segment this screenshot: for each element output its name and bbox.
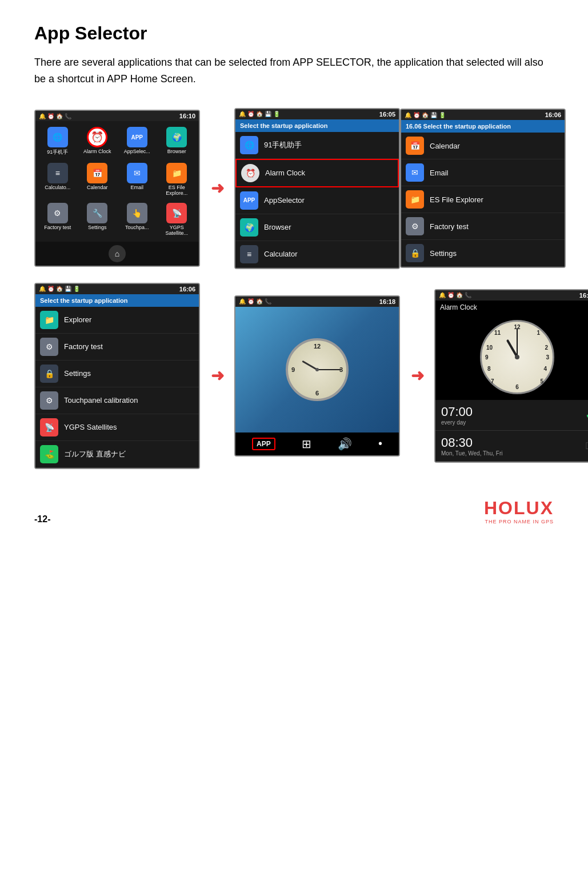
battery3-icon: 🔋 [439, 112, 446, 118]
home6-icon: 🏠 [456, 292, 463, 298]
app-appselector[interactable]: APP AppSelec... [118, 125, 156, 158]
icon-settings-s3: 🔒 [406, 244, 424, 262]
screen3-item-email[interactable]: ✉ Email [401, 159, 565, 186]
screen3-item-settings[interactable]: 🔒 Settings [401, 240, 565, 267]
screenshot-row-2: 🔔 ⏰ 🏠 💾 🔋 16:06 Select the startup appli… [34, 283, 554, 469]
screen2-left-icons: 🔔 ⏰ 🏠 💾 🔋 [239, 111, 280, 117]
screen4-item-factory[interactable]: ⚙ Factory test [35, 334, 199, 361]
alarm-1-time: 07:00 [441, 405, 473, 419]
home5-icon: 🏠 [256, 298, 263, 305]
s6-cn-5: 5 [540, 378, 543, 385]
app-browser-label: Browser [167, 149, 186, 154]
wb-dot-btn[interactable]: • [378, 437, 382, 450]
app-appselector-label: AppSelec... [124, 149, 150, 154]
clock-icon: ⏰ [47, 113, 54, 119]
s6-cn-6: 6 [515, 384, 519, 390]
arrow-icon-2: ➜ [211, 366, 224, 385]
label-browser-s2: Browser [264, 223, 291, 231]
page-number: -12- [34, 514, 50, 524]
app-settings[interactable]: 🔧 Settings [79, 201, 117, 238]
phone-icon: 📞 [65, 113, 71, 119]
notif2-icon: 🔔 [239, 111, 246, 117]
icon-calendar-s3: 📅 [406, 137, 424, 155]
screen4-item-golf[interactable]: ⛳ ゴルフ版 直感ナビ [35, 441, 199, 468]
wb-sound-btn[interactable]: 🔊 [338, 437, 352, 451]
app-touchpanel-icon: 👆 [127, 203, 147, 223]
app-calendar-label: Calendar [87, 185, 108, 190]
notif6-icon: 🔔 [439, 292, 446, 298]
screen4-item-touchpanel[interactable]: ⚙ Touchpanel calibration [35, 387, 199, 414]
label-touchpanel-s4: Touchpanel calibration [64, 396, 138, 405]
screen1-app-grid: 🌐 91手机手 ⏰ Alarm Clock APP AppSelec... 🌍 … [35, 121, 199, 242]
app-touchpanel[interactable]: 👆 Touchpa... [118, 201, 156, 238]
icon-alarm-s2: ⏰ [241, 164, 259, 182]
screen4-item-explorer[interactable]: 📁 Explorer [35, 307, 199, 334]
s6-cn-7: 7 [491, 378, 494, 385]
alarm-2-check: ☐ [585, 440, 588, 451]
screen3-item-factory[interactable]: ⚙ Factory test [401, 213, 565, 240]
app-browser[interactable]: 🌍 Browser [158, 125, 196, 158]
app-calculator[interactable]: ≡ Calculato... [39, 161, 77, 198]
footer: -12- HOLUX THE PRO NAME IN GPS [34, 498, 554, 524]
app-calendar[interactable]: 📅 Calendar [79, 161, 117, 198]
app-calculator-label: Calculato... [45, 185, 70, 190]
screen2-status-bar: 🔔 ⏰ 🏠 💾 🔋 16:05 [235, 109, 399, 119]
screen2-item-browser[interactable]: 🌍 Browser [235, 214, 399, 241]
screen-2: 🔔 ⏰ 🏠 💾 🔋 16:05 Select the startup appli… [234, 108, 400, 269]
app-ygps-icon: 📡 [166, 203, 187, 223]
clock2-icon: ⏰ [247, 111, 254, 117]
screen2-item-calculator[interactable]: ≡ Calculator [235, 241, 399, 268]
phone5-icon: 📞 [265, 298, 271, 305]
screen4-item-ygps[interactable]: 📡 YGPS Satellites [35, 414, 199, 441]
icon-91-s2: 🌐 [240, 136, 258, 154]
alarm-2-time: 08:30 [441, 435, 502, 450]
battery2-icon: 🔋 [273, 111, 280, 117]
screen4-status-bar: 🔔 ⏰ 🏠 💾 🔋 16:06 [35, 284, 199, 294]
cn-9: 9 [291, 366, 295, 373]
sd4-icon: 💾 [65, 286, 71, 292]
s6-cn-1: 1 [537, 330, 540, 336]
screen2-item-alarm[interactable]: ⏰ Alarm Clock [235, 159, 399, 187]
screen2-item-91[interactable]: 🌐 91手机助手 [235, 132, 399, 159]
screen6-status-bar: 🔔 ⏰ 🏠 📞 16:12 [435, 290, 588, 301]
label-esfile-s3: ES File Explorer [430, 195, 483, 204]
page-title: App Selector [34, 23, 554, 44]
alarm-2-info: 08:30 Mon, Tue, Wed, Thu, Fri [441, 435, 502, 456]
screen6-analog-container: 12 1 11 3 9 6 5 7 2 10 4 8 [435, 314, 588, 400]
app-91[interactable]: 🌐 91手机手 [39, 125, 77, 158]
app-alarm[interactable]: ⏰ Alarm Clock [79, 125, 117, 158]
wb-grid-btn[interactable]: ⊞ [302, 437, 311, 451]
screen3-item-calendar[interactable]: 📅 Calendar [401, 133, 565, 159]
home-button-s1[interactable]: ⌂ [109, 245, 126, 262]
screen3-item-esfile[interactable]: 📁 ES File Explorer [401, 186, 565, 213]
screenshot-grid: 🔔 ⏰ 🏠 📞 16:10 🌐 91手机手 ⏰ Alarm Clock [34, 108, 554, 469]
app-factory[interactable]: ⚙ Factory test [39, 201, 77, 238]
home3-icon: 🏠 [422, 112, 429, 118]
alarm-1-check: ✔ [586, 410, 588, 421]
app-email-icon: ✉ [127, 163, 147, 183]
app-email-label: Email [130, 185, 143, 190]
label-settings-s3: Settings [430, 249, 457, 258]
screen4-item-settings[interactable]: 🔒 Settings [35, 361, 199, 387]
app-alarm-icon: ⏰ [87, 127, 107, 147]
s6-cn-8: 8 [487, 366, 491, 372]
clock-center [315, 368, 319, 371]
home2-icon: 🏠 [256, 111, 263, 117]
app-ygps[interactable]: 📡 YGPS Satellite... [158, 201, 196, 238]
screen3-time: 16:06 [545, 111, 561, 118]
screen2-time: 16:05 [379, 111, 395, 118]
alarm-1[interactable]: 07:00 every day ✔ [435, 400, 588, 431]
screen2-item-appselector[interactable]: APP AppSelector [235, 187, 399, 214]
arrow-icon-1: ➜ [211, 179, 224, 198]
label-ygps-s4: YGPS Satellites [64, 423, 117, 431]
label-appselector-s2: AppSelector [264, 196, 305, 205]
app-esfile[interactable]: 📁 ES File Explore... [158, 161, 196, 198]
app-email[interactable]: ✉ Email [118, 161, 156, 198]
screen6-time: 16:12 [579, 292, 588, 299]
alarm-2[interactable]: 08:30 Mon, Tue, Wed, Thu, Fri ☐ [435, 431, 588, 462]
label-explorer-s4: Explorer [64, 315, 91, 324]
s6-cn-2: 2 [545, 345, 548, 351]
icon-email-s3: ✉ [406, 163, 424, 182]
wb-app-btn[interactable]: APP [252, 438, 275, 450]
icon-explorer-s4: 📁 [40, 311, 58, 329]
